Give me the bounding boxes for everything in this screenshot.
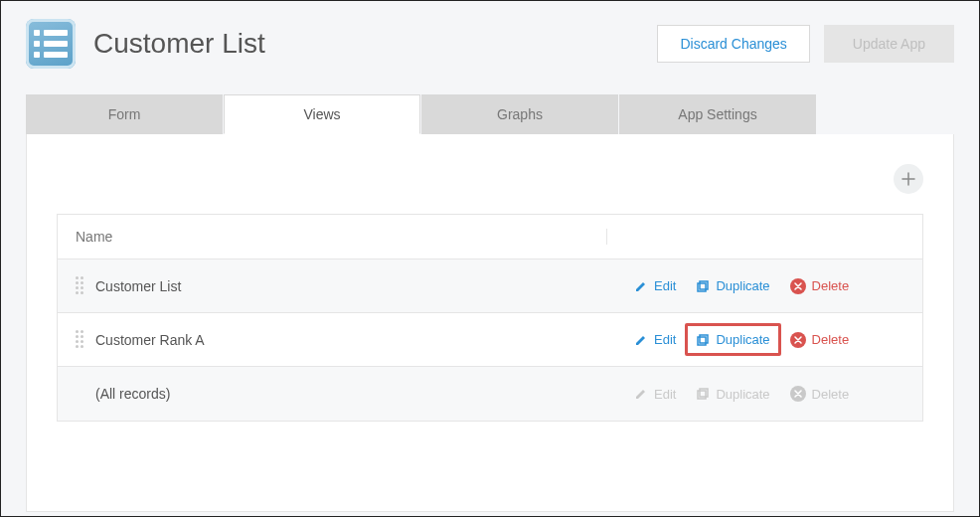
page-title: Customer List: [93, 28, 639, 60]
delete-label: Delete: [812, 387, 850, 402]
delete-button[interactable]: Delete: [790, 278, 850, 294]
views-table: Name Customer List Edit: [57, 214, 923, 422]
duplicate-icon: [696, 387, 710, 401]
tab-views[interactable]: Views: [224, 94, 420, 134]
duplicate-button: Duplicate: [696, 387, 769, 402]
delete-icon: [790, 332, 806, 348]
delete-icon: [790, 386, 806, 402]
table-row: (All records) Edit Duplicate: [58, 367, 922, 421]
row-name: Customer Rank A: [95, 332, 606, 348]
pencil-icon: [634, 387, 648, 401]
table-header: Name: [58, 215, 922, 259]
plus-icon: [901, 172, 915, 186]
duplicate-label: Duplicate: [716, 278, 769, 293]
delete-label: Delete: [812, 278, 850, 293]
svg-rect-3: [700, 335, 708, 343]
table-row: Customer List Edit Duplicate: [58, 259, 922, 313]
svg-rect-4: [698, 391, 706, 399]
add-view-button[interactable]: [894, 164, 923, 194]
tabs: Form Views Graphs App Settings: [1, 94, 979, 134]
duplicate-icon: [696, 279, 710, 293]
pencil-icon: [634, 333, 648, 347]
tab-graphs[interactable]: Graphs: [421, 94, 618, 134]
drag-handle-icon[interactable]: [76, 276, 87, 296]
row-name: (All records): [95, 386, 606, 402]
edit-button[interactable]: Edit: [634, 278, 676, 293]
svg-rect-0: [698, 283, 706, 291]
edit-label: Edit: [654, 387, 676, 402]
content-actions: [57, 164, 923, 194]
delete-button: Delete: [790, 386, 850, 402]
edit-label: Edit: [654, 278, 676, 293]
update-app-button[interactable]: Update App: [824, 25, 954, 63]
app-frame: Customer List Discard Changes Update App…: [0, 0, 980, 517]
pencil-icon: [634, 279, 648, 293]
edit-label: Edit: [654, 332, 676, 347]
delete-button[interactable]: Delete: [790, 332, 850, 348]
column-header-name: Name: [76, 229, 596, 245]
row-actions: Edit Duplicate Delete: [606, 278, 904, 294]
tab-app-settings[interactable]: App Settings: [619, 94, 816, 134]
duplicate-button[interactable]: Duplicate: [696, 278, 769, 293]
row-actions: Edit Duplicate Delete: [606, 332, 904, 348]
svg-rect-1: [700, 281, 708, 289]
svg-rect-5: [700, 389, 708, 397]
duplicate-label: Duplicate: [716, 387, 769, 402]
header: Customer List Discard Changes Update App: [1, 1, 979, 86]
delete-label: Delete: [812, 332, 850, 347]
discard-changes-button[interactable]: Discard Changes: [657, 25, 809, 63]
delete-icon: [790, 278, 806, 294]
duplicate-label: Duplicate: [716, 332, 769, 347]
edit-button[interactable]: Edit: [634, 332, 676, 347]
content-card: Name Customer List Edit: [26, 134, 954, 512]
duplicate-icon: [696, 333, 710, 347]
tab-form[interactable]: Form: [26, 94, 223, 134]
table-row: Customer Rank A Edit Duplicate: [58, 313, 922, 367]
header-actions: Discard Changes Update App: [657, 25, 954, 63]
edit-button: Edit: [634, 387, 676, 402]
duplicate-button[interactable]: Duplicate: [685, 323, 780, 356]
column-header-actions: [606, 229, 904, 245]
drag-handle-icon[interactable]: [76, 330, 87, 350]
app-list-icon: [26, 19, 76, 69]
row-actions: Edit Duplicate Delete: [606, 386, 904, 402]
row-name: Customer List: [95, 278, 606, 294]
svg-rect-2: [698, 337, 706, 345]
